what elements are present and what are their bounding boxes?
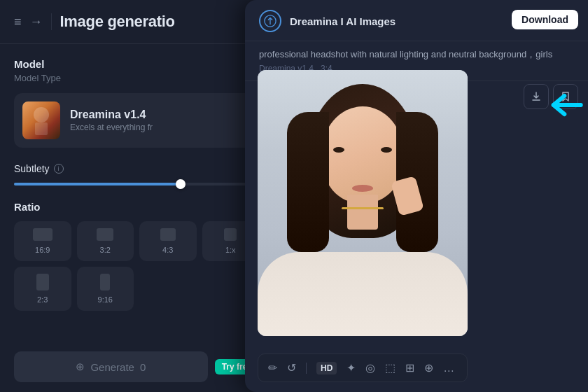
edit-icon[interactable]: ✏ [268, 361, 277, 374]
ratio-icon-2-3 [36, 274, 49, 290]
panel-title: Image generatio [60, 13, 175, 31]
expand-icon[interactable]: ⊞ [405, 361, 414, 374]
ratio-section: Ratio 16:9 3:2 4:3 1:x [14, 201, 259, 311]
ratio-label-3-2: 3:2 [100, 246, 111, 254]
ratio-grid-row2: 2:3 9:16 [14, 267, 259, 311]
header-divider [51, 13, 52, 30]
model-name: Dreamina v1.4 [70, 108, 153, 121]
cursor-arrow [547, 90, 584, 123]
ai-image-container [258, 70, 468, 336]
crop-icon[interactable]: ⬚ [385, 361, 396, 374]
menu-icon[interactable]: ≡ [14, 15, 22, 29]
ratio-label-4-3: 4:3 [162, 246, 173, 254]
subtlety-label: Subtlety i [14, 163, 259, 174]
prompt-text: professional headshot with natural light… [259, 48, 574, 61]
download-tooltip: Download [512, 10, 578, 29]
model-sublabel: Model Type [14, 73, 259, 83]
ratio-label: Ratio [14, 201, 259, 213]
model-info: Dreamina v1.4 Excels at everything fr [70, 108, 153, 132]
ratio-btn-16-9[interactable]: 16:9 [14, 221, 71, 261]
slider-thumb[interactable] [176, 179, 186, 189]
subtlety-section: Subtlety i [14, 163, 259, 186]
app-name: Dreamina I AI Images [290, 15, 396, 27]
app-icon [259, 10, 281, 32]
more-icon[interactable]: … [443, 362, 454, 374]
model-thumbnail [22, 102, 60, 139]
subtlety-info-icon[interactable]: i [54, 164, 64, 174]
model-card[interactable]: Dreamina v1.4 Excels at everything fr [14, 93, 259, 148]
generate-count: 0 [140, 361, 146, 373]
right-panel: Dreamina I AI Images 06-12 10:25 profess… [245, 0, 588, 392]
ratio-icon-3-2 [97, 228, 113, 241]
model-desc: Excels at everything fr [70, 122, 153, 132]
bottom-toolbar: ✏ ↺ HD ✦ ◎ ⬚ ⊞ ⊕ … [258, 354, 468, 382]
ratio-label-16-9: 16:9 [35, 246, 50, 254]
subtlety-slider[interactable] [14, 183, 259, 186]
link-icon[interactable]: ⊕ [424, 361, 433, 374]
refresh-icon[interactable]: ↺ [287, 361, 296, 374]
left-panel: ≡ → Image generatio Model Model Type Dre… [0, 0, 273, 392]
ratio-grid-row1: 16:9 3:2 4:3 1:x [14, 221, 259, 261]
sparkle-icon[interactable]: ✦ [346, 361, 356, 374]
ratio-btn-4-3[interactable]: 4:3 [139, 221, 197, 261]
panel-header: ≡ → Image generatio [0, 0, 273, 44]
generate-label: Generate [90, 361, 134, 373]
hd-badge[interactable]: HD [316, 362, 337, 374]
generate-bar: ⊕ Generate 0 Try free [0, 342, 273, 392]
ratio-label-2-3: 2:3 [37, 295, 48, 304]
ratio-btn-3-2[interactable]: 3:2 [77, 221, 134, 261]
ratio-label-9-16: 9:16 [98, 295, 113, 304]
ratio-btn-9-16[interactable]: 9:16 [77, 267, 134, 311]
circle-icon[interactable]: ◎ [365, 361, 375, 374]
ratio-label-1x: 1:x [225, 246, 236, 254]
model-label: Model [14, 58, 259, 70]
toolbar-separator-1 [306, 363, 307, 374]
portrait-sim [258, 70, 468, 336]
ratio-icon-4-3 [160, 228, 176, 241]
generate-icon: ⊕ [76, 360, 85, 373]
panel-content: Model Model Type Dreamina v1.4 Excels at… [0, 44, 273, 339]
download-icon-button[interactable] [524, 84, 549, 109]
download-tooltip-area: Download [512, 10, 578, 29]
arrow-icon: → [30, 15, 43, 29]
ratio-icon-16-9 [33, 228, 52, 241]
ratio-btn-2-3[interactable]: 2:3 [14, 267, 71, 311]
ratio-icon-1x [224, 228, 237, 241]
slider-fill [14, 183, 181, 186]
ratio-icon-9-16 [100, 274, 110, 290]
generate-button[interactable]: ⊕ Generate 0 [14, 351, 208, 382]
